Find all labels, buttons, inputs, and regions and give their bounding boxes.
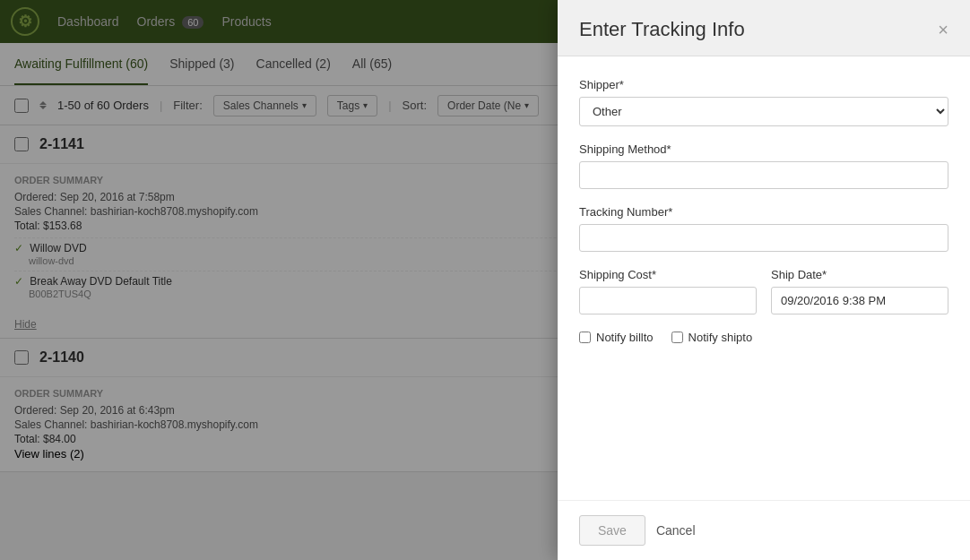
modal-header: Enter Tracking Info × bbox=[558, 0, 970, 56]
shipping-cost-group: Shipping Cost* bbox=[579, 268, 757, 314]
notify-shipto-label: Notify shipto bbox=[689, 331, 753, 344]
notify-shipto-checkbox[interactable] bbox=[671, 332, 683, 343]
shipping-cost-label: Shipping Cost* bbox=[579, 268, 757, 281]
notify-checkboxes: Notify billto Notify shipto bbox=[579, 331, 948, 344]
ship-date-input[interactable] bbox=[771, 287, 948, 314]
notify-billto-label: Notify billto bbox=[596, 331, 654, 344]
tracking-number-label: Tracking Number* bbox=[579, 205, 948, 219]
cost-date-row: Shipping Cost* Ship Date* bbox=[579, 268, 948, 331]
ship-date-group: Ship Date* bbox=[771, 268, 948, 314]
notify-shipto-item[interactable]: Notify shipto bbox=[671, 331, 753, 344]
shipping-method-group: Shipping Method* bbox=[579, 142, 948, 189]
modal-title: Enter Tracking Info bbox=[579, 18, 745, 41]
shipping-method-label: Shipping Method* bbox=[579, 142, 948, 156]
modal-close-button[interactable]: × bbox=[938, 21, 948, 39]
shipping-cost-input[interactable] bbox=[579, 287, 757, 314]
modal-body: Shipper* Other UPS USPS FedEx DHL Shippi… bbox=[558, 56, 970, 472]
tracking-modal: Enter Tracking Info × Shipper* Other UPS… bbox=[558, 0, 970, 472]
shipper-group: Shipper* Other UPS USPS FedEx DHL bbox=[579, 78, 948, 126]
shipper-select[interactable]: Other UPS USPS FedEx DHL bbox=[579, 97, 948, 126]
modal-overlay: Enter Tracking Info × Shipper* Other UPS… bbox=[0, 0, 970, 472]
notify-billto-item[interactable]: Notify billto bbox=[579, 331, 654, 344]
shipping-method-input[interactable] bbox=[579, 161, 948, 189]
notify-billto-checkbox[interactable] bbox=[579, 332, 591, 343]
shipper-label: Shipper* bbox=[579, 78, 948, 91]
ship-date-label: Ship Date* bbox=[771, 268, 948, 281]
tracking-number-input[interactable] bbox=[579, 224, 948, 252]
tracking-number-group: Tracking Number* bbox=[579, 205, 948, 252]
